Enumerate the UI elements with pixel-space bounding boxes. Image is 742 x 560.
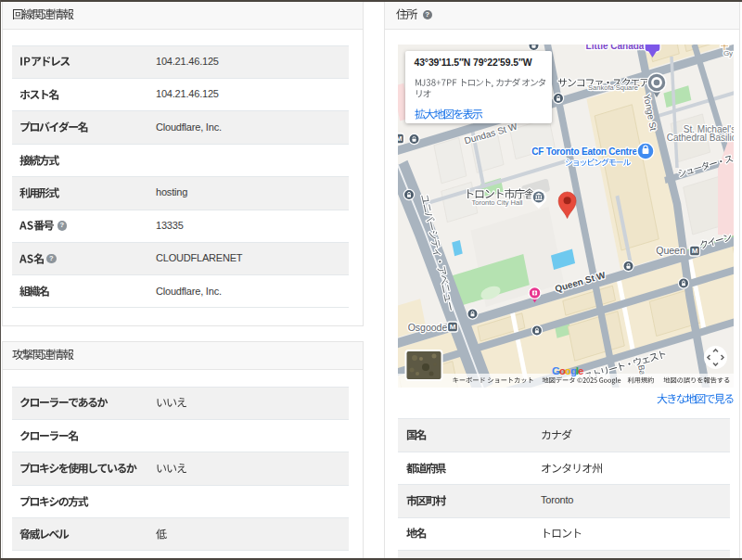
svg-text:Little Canada: Little Canada xyxy=(585,45,644,51)
svg-text:M: M xyxy=(691,247,697,255)
svg-text:CF Toronto Eaton Centre: CF Toronto Eaton Centre xyxy=(531,146,637,157)
svg-text:Toronto City Hall: Toronto City Hall xyxy=(471,198,522,207)
svg-text:Sankofa Square: Sankofa Square xyxy=(588,83,638,92)
svg-text:Osgoode: Osgoode xyxy=(407,321,447,332)
svg-text:Gy: Gy xyxy=(723,49,732,57)
svg-text:M: M xyxy=(398,134,403,143)
svg-text:Google: Google xyxy=(552,365,583,376)
svg-text:M: M xyxy=(449,323,455,331)
svg-text:Cathedral Basilica: Cathedral Basilica xyxy=(666,133,733,143)
svg-text:Queen: Queen xyxy=(656,245,685,256)
